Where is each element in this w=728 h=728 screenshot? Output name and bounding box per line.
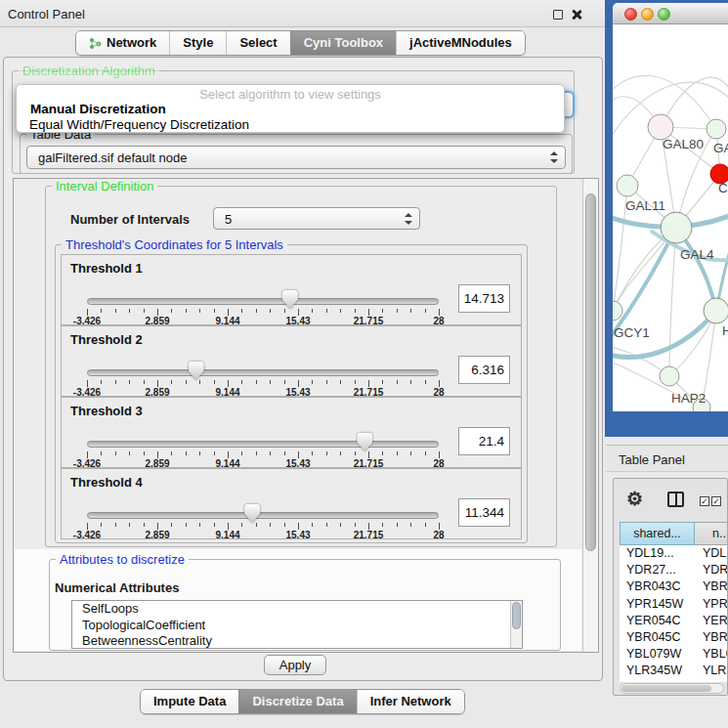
list-item[interactable]: BetweennessCentrality: [72, 633, 522, 649]
vertical-scrollbar[interactable]: [582, 179, 598, 652]
table-row[interactable]: YBL079W YBL0: [620, 646, 728, 663]
horizontal-scrollbar[interactable]: [620, 683, 724, 694]
table-row[interactable]: YPR145W YPR1: [620, 596, 728, 613]
tick-mark: [129, 523, 130, 527]
tab-infer-network[interactable]: Infer Network: [357, 690, 464, 713]
apply-button[interactable]: Apply: [264, 655, 326, 675]
numerical-attributes-list[interactable]: SelfLoops TopologicalCoefficient Between…: [71, 600, 523, 649]
tick-mark: [298, 380, 299, 387]
columns-icon[interactable]: [667, 492, 684, 507]
tick-mark: [340, 309, 341, 313]
table-row[interactable]: YDR27... YDR2: [620, 562, 728, 578]
cyni-bottom-tabs: Impute Data Discretize Data Infer Networ…: [140, 689, 465, 714]
tab-label: Network: [107, 31, 156, 55]
tick-mark: [410, 451, 411, 455]
slider-thumb[interactable]: [189, 362, 204, 380]
threshold-value-field[interactable]: [458, 284, 510, 313]
table-cell: YBL079W: [620, 646, 695, 663]
network-node-label: GCY1: [614, 325, 650, 340]
list-scrollbar[interactable]: [510, 601, 522, 648]
tab-cyni-toolbox[interactable]: Cyni Toolbox: [290, 31, 396, 55]
table-row[interactable]: YLR345W YLR3: [620, 663, 728, 679]
tab-style[interactable]: Style: [169, 31, 226, 55]
network-node[interactable]: [704, 298, 728, 323]
zoom-traffic-light[interactable]: [658, 8, 670, 21]
list-item[interactable]: TopologicalCoefficient: [72, 618, 522, 634]
tab-discretize-data[interactable]: Discretize Data: [238, 690, 356, 713]
combobox-value: 5: [225, 211, 232, 226]
slider-track[interactable]: [87, 298, 439, 305]
close-icon[interactable]: [571, 9, 582, 21]
tick-mark: [171, 380, 172, 384]
network-node[interactable]: [707, 119, 726, 139]
slider-thumb[interactable]: [244, 504, 260, 523]
tick-mark: [256, 380, 257, 384]
table-row[interactable]: YER054C YER0: [620, 613, 728, 629]
tick-mark: [115, 309, 116, 313]
table-data-combobox[interactable]: galFiltered.sif default node: [26, 146, 566, 169]
tab-jactivemnodules[interactable]: jActiveMNodules: [396, 31, 525, 55]
threshold-label: Threshold 4: [70, 475, 143, 490]
tick-mark: [144, 451, 145, 455]
tick-label: 28: [433, 530, 444, 540]
tick-mark: [340, 523, 341, 527]
slider-thumb-shape: [282, 290, 298, 309]
list-item[interactable]: SelfLoops: [72, 601, 522, 618]
tick-mark: [355, 309, 356, 313]
tick-mark: [171, 309, 172, 313]
slider-track[interactable]: [87, 512, 439, 519]
slider-thumb[interactable]: [357, 433, 372, 451]
tab-label: Infer Network: [370, 690, 451, 713]
close-traffic-light[interactable]: [624, 8, 637, 21]
tab-label: Cyni Toolbox: [304, 31, 383, 55]
column-header-shared-name[interactable]: shared...: [620, 522, 695, 545]
network-node[interactable]: [661, 212, 692, 243]
table-cell: YBR045C: [620, 629, 695, 646]
slider-thumb[interactable]: [282, 290, 298, 309]
network-node[interactable]: [617, 175, 638, 196]
tab-impute-data[interactable]: Impute Data: [141, 690, 238, 713]
tick-label: -3.426: [73, 530, 101, 540]
table-row[interactable]: YBR045C YBR0: [620, 629, 728, 646]
checkbox-icon[interactable]: ✓: [711, 496, 721, 506]
tick-mark: [326, 451, 327, 455]
table-row[interactable]: YDL19... YDL1: [620, 545, 728, 562]
tick-mark: [326, 380, 327, 384]
table-cell: YBR043C: [620, 578, 695, 595]
tick-label: 15.43: [285, 530, 310, 540]
tick-mark: [425, 523, 426, 527]
tick-mark: [312, 451, 313, 455]
table-cell: YIL0: [695, 680, 728, 683]
tab-select[interactable]: Select: [226, 31, 289, 55]
tab-label: Select: [239, 31, 277, 55]
scrollbar-thumb[interactable]: [585, 193, 596, 551]
network-window-titlebar[interactable]: [613, 3, 728, 24]
scrollbar-thumb[interactable]: [621, 685, 711, 692]
network-canvas[interactable]: GAL80GACGAL11GAL4GCY1HHAP2: [613, 24, 728, 411]
table-row[interactable]: YBR043C YBR0: [620, 578, 728, 595]
network-node[interactable]: [613, 301, 622, 321]
gear-icon[interactable]: ⚙: [626, 488, 643, 510]
threshold-row: Threshold 2 -3.4262.8599.14415.4321.7152…: [61, 325, 522, 397]
network-node[interactable]: [660, 366, 679, 386]
threshold-value-field[interactable]: [458, 427, 510, 455]
tab-network[interactable]: Network: [76, 31, 169, 55]
slider-thumb-shape: [357, 433, 372, 451]
float-window-icon[interactable]: [553, 10, 563, 20]
minimize-traffic-light[interactable]: [641, 8, 654, 21]
slider-track[interactable]: [87, 369, 439, 376]
slider-track[interactable]: [87, 441, 439, 448]
dropdown-item-equal-width-frequency[interactable]: Equal Width/Frequency Discretization: [29, 117, 249, 132]
tab-label: Discretize Data: [252, 690, 343, 713]
column-header-name[interactable]: n...: [695, 522, 728, 545]
tick-mark: [256, 523, 257, 527]
table-row[interactable]: YIL052C YIL0: [620, 680, 728, 683]
table-cell: YLR3: [695, 663, 728, 679]
checkbox-icon[interactable]: ✓: [700, 496, 709, 506]
scrollbar-thumb[interactable]: [512, 602, 521, 629]
table-cell: YPR1: [695, 596, 728, 613]
threshold-value-field[interactable]: [458, 498, 510, 527]
number-of-intervals-combobox[interactable]: 5: [213, 207, 420, 230]
threshold-value-field[interactable]: [458, 356, 510, 384]
dropdown-item-manual-discretization[interactable]: Manual Discretization: [30, 102, 166, 116]
